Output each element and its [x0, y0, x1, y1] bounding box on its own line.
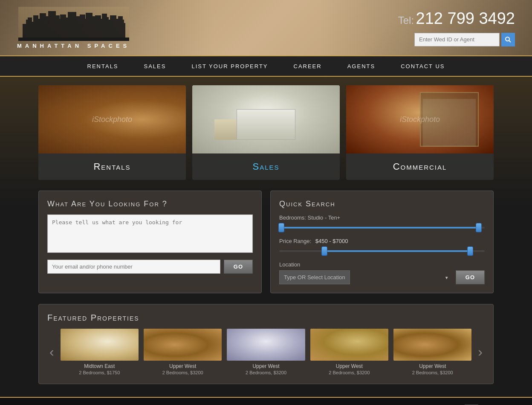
logo-text: MANHATTAN SPACES	[17, 43, 130, 49]
main-content: Rentals Sales Commercial What Are You Lo…	[0, 77, 532, 397]
search-input[interactable]	[414, 33, 500, 46]
featured-scroll: ‹ Midtown East 2 Bedrooms, $1750 Upper W…	[47, 329, 485, 375]
bedrooms-slider[interactable]	[279, 223, 485, 232]
rentals-label: Rentals	[38, 153, 186, 180]
price-slider[interactable]	[279, 247, 485, 255]
featured-thumb-1	[144, 329, 222, 361]
featured-detail-4: 2 Bedrooms, $3200	[393, 370, 471, 375]
price-handle-left[interactable]	[321, 246, 327, 256]
featured-detail-1: 2 Bedrooms, $3200	[144, 370, 222, 375]
rentals-card[interactable]: Rentals	[38, 85, 186, 180]
bedrooms-handle-right[interactable]	[476, 223, 482, 232]
location-select-wrap: Type OR Select LocationUpper WestUpper E…	[279, 270, 452, 284]
sales-card[interactable]: Sales	[192, 85, 340, 180]
featured-detail-0: 2 Bedrooms, $1750	[61, 370, 139, 375]
search-button[interactable]	[501, 33, 515, 46]
svg-rect-33	[18, 38, 129, 41]
scroll-next-button[interactable]: ›	[476, 344, 485, 360]
contact-row: GO	[47, 260, 253, 274]
svg-rect-7	[40, 13, 46, 39]
logo-skyline	[18, 7, 129, 41]
featured-detail-3: 2 Bedrooms, $3200	[310, 370, 388, 375]
price-label: Price Range: $450 - $7000	[279, 238, 485, 244]
commercial-card[interactable]: Commercial	[346, 85, 494, 180]
bedrooms-track	[279, 227, 485, 229]
nav-contact[interactable]: CONTACT US	[388, 56, 457, 76]
quick-search-title: Quick Search	[279, 200, 485, 208]
price-handle-right[interactable]	[467, 246, 473, 256]
featured-loc-2: Upper West	[227, 363, 305, 369]
featured-loc-0: Midtown East	[61, 363, 139, 369]
property-cards: Rentals Sales Commercial	[38, 85, 494, 180]
looking-for-title: What Are You Looking For ?	[47, 200, 253, 208]
featured-item-1[interactable]: Upper West 2 Bedrooms, $3200	[144, 329, 222, 375]
footer: Copyright © 2010, Manhattan Spaces Real …	[0, 397, 532, 405]
svg-rect-1	[23, 24, 26, 39]
featured-detail-2: 2 Bedrooms, $3200	[227, 370, 305, 375]
bedrooms-fill	[281, 227, 479, 229]
logo-area: MANHATTAN SPACES	[17, 7, 130, 49]
featured-item-4[interactable]: Upper West 2 Bedrooms, $3200	[393, 329, 471, 375]
bedrooms-label: Bedrooms: Studio - Ten+	[279, 214, 485, 221]
nav-career[interactable]: CAREER	[281, 56, 335, 76]
featured-item-0[interactable]: Midtown East 2 Bedrooms, $1750	[61, 329, 139, 375]
phone-tel: Tel:	[398, 14, 414, 26]
svg-rect-12	[60, 14, 66, 39]
bedrooms-handle-left[interactable]	[278, 223, 284, 232]
featured-item-2[interactable]: Upper West 2 Bedrooms, $3200	[227, 329, 305, 375]
featured-item-3[interactable]: Upper West 2 Bedrooms, $3200	[310, 329, 388, 375]
svg-rect-32	[123, 23, 125, 39]
search-icon	[505, 36, 512, 43]
nav-sales[interactable]: SALES	[131, 56, 179, 76]
location-row: Type OR Select LocationUpper WestUpper E…	[279, 270, 485, 284]
sales-label: Sales	[192, 153, 340, 180]
sales-image	[192, 85, 340, 153]
featured-thumb-0	[61, 329, 139, 361]
nav-list-property[interactable]: LIST YOUR PROPERTY	[179, 56, 280, 76]
svg-point-34	[506, 37, 509, 41]
quick-search-go-button[interactable]: GO	[456, 270, 485, 284]
looking-for-go-button[interactable]: GO	[224, 260, 253, 274]
featured-thumb-2	[227, 329, 305, 361]
price-value: $450 - $7000	[315, 238, 348, 244]
price-fill	[324, 250, 470, 252]
phone-number: 212 799 3492	[416, 9, 515, 27]
phone-display: Tel: 212 799 3492	[398, 9, 515, 28]
header-right: Tel: 212 799 3492	[398, 9, 515, 46]
location-select[interactable]: Type OR Select LocationUpper WestUpper E…	[279, 270, 350, 284]
scroll-prev-button[interactable]: ‹	[47, 344, 56, 360]
featured-loc-3: Upper West	[310, 363, 388, 369]
search-bar	[414, 33, 515, 46]
featured-properties-box: Featured Properties ‹ Midtown East 2 Bed…	[38, 304, 494, 384]
location-label: Location	[279, 261, 485, 268]
looking-for-textarea[interactable]	[47, 214, 253, 253]
commercial-image	[346, 85, 494, 153]
rentals-image	[38, 85, 186, 153]
nav-agents[interactable]: AGENTS	[335, 56, 388, 76]
featured-items: Midtown East 2 Bedrooms, $1750 Upper Wes…	[61, 329, 472, 375]
featured-title: Featured Properties	[47, 313, 485, 323]
featured-loc-4: Upper West	[393, 363, 471, 369]
price-track	[279, 250, 485, 252]
contact-input[interactable]	[47, 260, 220, 274]
main-nav: RENTALS SALES LIST YOUR PROPERTY CAREER …	[0, 55, 532, 77]
looking-for-box: What Are You Looking For ? GO	[38, 191, 262, 293]
featured-loc-1: Upper West	[144, 363, 222, 369]
nav-rentals[interactable]: RENTALS	[75, 56, 131, 76]
svg-line-35	[509, 40, 511, 42]
search-sections: What Are You Looking For ? GO Quick Sear…	[38, 191, 494, 293]
quick-search-box: Quick Search Bedrooms: Studio - Ten+ Pri…	[270, 191, 494, 293]
header: MANHATTAN SPACES Tel: 212 799 3492	[0, 0, 532, 55]
commercial-label: Commercial	[346, 153, 494, 180]
featured-thumb-4	[393, 329, 471, 361]
featured-thumb-3	[310, 329, 388, 361]
